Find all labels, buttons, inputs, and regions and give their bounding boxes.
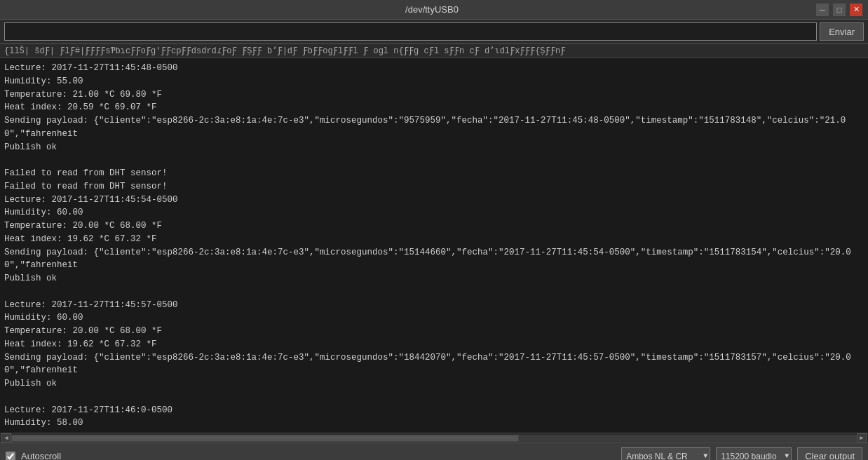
minimize-button[interactable]: ─ [816,4,829,16]
window-title: /dev/ttyUSB0 [48,4,816,15]
horizontal-scrollbar[interactable]: ◀ ▶ [0,433,868,442]
window-controls[interactable]: ─ □ ✕ [816,4,862,16]
close-button[interactable]: ✕ [850,4,862,16]
autoscroll-checkbox[interactable] [6,452,15,461]
input-bar: Enviar [0,20,868,44]
scroll-left-arrow[interactable]: ◀ [1,433,11,443]
clear-output-button[interactable]: Clear output [797,447,862,461]
scroll-thumb[interactable] [11,435,519,442]
garbled-status-line: {llŜ| ŝdƑ| ƑlƑ#|ƑƑƑƑsƤbɿcƑƑoƑg'ƑƑcpƑƑdsd… [0,44,868,58]
scroll-right-arrow[interactable]: ▶ [857,433,867,443]
baud-rate-select[interactable]: 300 baudio 1200 baudio 2400 baudio 4800 … [716,447,792,461]
line-ending-select[interactable]: Sin ajuste de línea Nueva línea Retorno … [621,447,710,461]
baud-rate-wrapper: 300 baudio 1200 baudio 2400 baudio 4800 … [716,447,792,461]
serial-input[interactable] [4,22,817,41]
send-button[interactable]: Enviar [820,22,864,41]
title-bar: /dev/ttyUSB0 ─ □ ✕ [0,0,868,20]
bottom-bar: Autoscroll Sin ajuste de línea Nueva lín… [0,442,868,460]
line-ending-wrapper: Sin ajuste de línea Nueva línea Retorno … [621,447,710,461]
scroll-track[interactable] [11,435,857,442]
serial-output: Connecting to EVOLUTION............... W… [0,58,868,433]
maximize-button[interactable]: □ [833,4,846,16]
autoscroll-label[interactable]: Autoscroll [21,451,61,460]
